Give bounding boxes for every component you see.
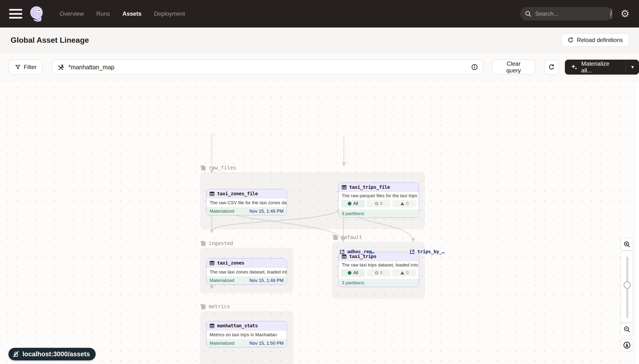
download-circle-icon (623, 341, 631, 349)
top-navbar: Overview Runs Assets Deployment / ⚙ (0, 0, 639, 28)
external-link-icon (340, 249, 345, 254)
table-icon (209, 323, 215, 328)
reload-definitions-button[interactable]: Reload definitions (561, 33, 629, 47)
status-badge: Materialized (210, 340, 234, 346)
zoom-slider-handle[interactable] (623, 282, 631, 289)
asset-name: manhattan_stats (217, 323, 258, 328)
materialization-timestamp: Nov 15, 1:50 PM (249, 340, 284, 346)
scrollbar-track[interactable] (635, 82, 639, 364)
asset-name: taxi_trips (349, 254, 376, 259)
lineage-toolbar: Filter Clear query (0, 53, 639, 81)
materialization-timestamp: Nov 15, 1:46 PM (249, 278, 284, 283)
partitions-failed-pill[interactable]: 0 (392, 200, 416, 207)
nav-item-deployment[interactable]: Deployment (154, 10, 185, 17)
asset-description: The raw taxi zones dataset, loaded int..… (207, 268, 287, 276)
filter-button[interactable]: Filter (9, 60, 43, 74)
zoom-slider[interactable] (621, 250, 633, 323)
asset-node-taxi-zones-file[interactable]: taxi_zones_file The raw CSV file for the… (206, 189, 287, 215)
asset-node-taxi-trips[interactable]: taxi_trips The raw taxi trips dataset, l… (338, 252, 419, 287)
external-link-icon (410, 249, 415, 254)
partitions-missing-pill[interactable]: 0 (367, 200, 391, 207)
asset-node-taxi-trips-file[interactable]: taxi_trips_file The raw parquet files fo… (338, 182, 419, 218)
external-asset-adhoc-req[interactable]: adhoc_req… (340, 249, 374, 254)
partitions-count: 3 partitions (342, 211, 364, 216)
materialize-dropdown-caret[interactable]: ▾ (626, 60, 639, 74)
partitions-missing-pill[interactable]: 0 (367, 269, 391, 276)
table-icon (209, 191, 215, 196)
external-asset-trips-by[interactable]: trips_by_… (410, 249, 444, 254)
lineage-canvas[interactable]: raw_files ingested default metrics (0, 82, 639, 364)
menu-icon[interactable] (9, 9, 22, 18)
search-box[interactable]: / (520, 7, 612, 20)
failed-triangle-icon (400, 202, 404, 205)
asset-description: The raw taxi trips dataset, loaded into … (339, 261, 419, 269)
asset-name: taxi_zones_file (217, 191, 258, 196)
asset-description: The raw CSV file for the taxi zones dat.… (207, 198, 287, 207)
group-name: ingested (209, 240, 233, 246)
external-asset-name: trips_by_… (417, 249, 444, 254)
group-name: raw_files (209, 165, 236, 171)
materialize-all-split-button: Materialize all... ▾ (565, 60, 639, 74)
insecure-lock-icon (12, 350, 20, 358)
asset-description: The raw parquet files for the taxi trips… (339, 192, 419, 200)
asset-description: Metrics on taxi trips in Manhattan (207, 330, 287, 339)
materialized-dot-icon (348, 202, 351, 206)
group-label-metrics[interactable]: metrics (200, 303, 230, 310)
missing-ring-icon (375, 271, 378, 274)
materialize-all-button[interactable]: Materialize all... (565, 60, 626, 74)
dagster-logo-icon (28, 4, 46, 23)
table-icon (341, 254, 347, 259)
asset-name: taxi_trips_file (349, 184, 390, 190)
asset-selection-input-wrap (52, 60, 483, 74)
pill-label: All (353, 270, 358, 276)
asset-node-taxi-zones[interactable]: taxi_zones The raw taxi zones dataset, l… (206, 258, 287, 284)
zoom-in-button[interactable] (621, 238, 633, 250)
settings-gear-icon[interactable]: ⚙ (618, 0, 632, 28)
reload-definitions-label: Reload definitions (577, 37, 623, 44)
sparkles-icon (571, 64, 578, 71)
op-selector-icon (57, 64, 65, 71)
group-name: metrics (209, 304, 230, 310)
group-label-ingested[interactable]: ingested (200, 240, 233, 247)
zoom-out-icon (623, 326, 630, 333)
group-label-raw-files[interactable]: raw_files (200, 164, 236, 172)
materialization-timestamp: Nov 15, 1:46 PM (249, 208, 284, 214)
nav-item-overview[interactable]: Overview (60, 10, 84, 17)
materialized-dot-icon (348, 271, 351, 275)
refresh-icon (548, 64, 555, 70)
missing-ring-icon (375, 202, 378, 205)
pill-label: All (353, 201, 358, 206)
url-text: localhost:3000/assets (23, 350, 90, 358)
browser-url-chip: localhost:3000/assets (9, 348, 96, 360)
zoom-controls (621, 238, 633, 364)
page-header: Global Asset Lineage Reload definitions (0, 28, 639, 53)
partitions-materialized-pill[interactable]: All (341, 200, 365, 207)
zoom-out-button[interactable] (621, 323, 633, 336)
asset-name: taxi_zones (217, 260, 244, 266)
table-icon (209, 260, 215, 266)
zoom-in-icon (623, 241, 630, 248)
asset-node-manhattan-stats[interactable]: manhattan_stats Metrics on taxi trips in… (206, 321, 287, 347)
clear-query-label: Clear query (499, 60, 528, 74)
pill-label: 0 (380, 270, 383, 276)
asset-selection-input[interactable] (68, 64, 471, 71)
page-title: Global Asset Lineage (11, 36, 89, 45)
refresh-graph-button[interactable] (544, 60, 558, 74)
table-icon (341, 185, 347, 190)
search-shortcut-badge: / (610, 9, 612, 19)
partitions-materialized-pill[interactable]: All (341, 269, 365, 276)
pill-label: 0 (380, 201, 383, 206)
nav-item-runs[interactable]: Runs (96, 10, 110, 17)
partitions-failed-pill[interactable]: 0 (392, 269, 416, 276)
recenter-button[interactable] (621, 339, 633, 352)
info-icon[interactable] (471, 64, 478, 71)
materialize-all-label: Materialize all... (581, 60, 620, 74)
nav-item-assets[interactable]: Assets (123, 10, 142, 17)
clear-query-button[interactable]: Clear query (492, 60, 535, 74)
search-input[interactable] (535, 10, 610, 17)
pill-label: 0 (406, 201, 409, 206)
group-label-default[interactable]: default (332, 234, 362, 241)
search-icon (524, 10, 532, 18)
status-badge: Materialized (210, 278, 234, 283)
zoom-slider-track[interactable] (626, 256, 628, 318)
